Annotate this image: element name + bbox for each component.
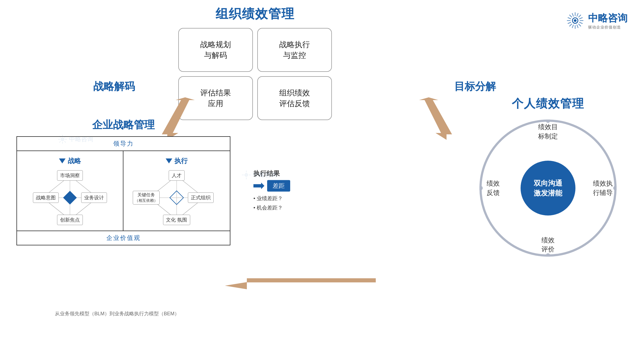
mubiaofenjie-label: 目标分解 (454, 80, 496, 93)
node-market: 市场洞察 (57, 170, 83, 181)
center-line2: 激发潜能 (534, 188, 562, 198)
svg-line-14 (572, 13, 574, 16)
blm-right-panel: 执行 人才 文化 氛围 关键任务（相互依赖） (123, 151, 230, 231)
quad-cell-2: 战略执行与监控 (257, 28, 332, 72)
exec-badge: 差距 (267, 180, 290, 192)
arrow-nw-svg (414, 97, 468, 141)
logo-sub-text: 驱动企业价值创造 (588, 25, 628, 30)
svg-line-15 (577, 13, 578, 16)
logo-main-text: 中略咨询 (588, 12, 628, 25)
personal-title: 个人绩效管理 (512, 96, 584, 111)
logo-text-group: 中略咨询 驱动企业价值创造 (588, 12, 628, 30)
svg-line-17 (577, 25, 578, 28)
node-culture: 文化 氛围 (163, 215, 190, 225)
circ-node-left: 绩效反馈 (479, 179, 507, 197)
circle-diagram: 绩效目标制定 绩效执行辅导 绩效评价 绩效反馈 双向沟通 激发潜能 (479, 120, 617, 257)
svg-point-52 (246, 174, 247, 175)
enterprise-section: 企业战略管理 领导力 战略 (16, 118, 230, 245)
svg-marker-20 (419, 97, 452, 140)
center-circle: 双向沟通 激发潜能 (521, 161, 575, 215)
org-perf-title: 组织绩效管理 (216, 5, 295, 22)
svg-line-13 (579, 22, 583, 24)
quad-cell-4: 组织绩效评估反馈 (257, 76, 332, 120)
svg-line-12 (568, 22, 571, 24)
quad-cell-1: 战略规划与解码 (178, 28, 253, 72)
exec-result-panel: 执行结果 差距 • 业绩差距？ • 机会差距？ (253, 169, 290, 212)
svg-line-6 (569, 15, 572, 17)
node-key-tasks: 关键任务（相互依赖） (133, 191, 160, 205)
blm-strategy-diamond: 市场洞察 创新焦点 战略意图 业务设计 (34, 170, 106, 225)
node-innovation: 创新焦点 (57, 215, 83, 225)
node-biz-design: 业务设计 (81, 192, 107, 203)
four-quad-grid: 战略规划与解码 战略执行与监控 评估结果应用 组织绩效评估反馈 (178, 28, 332, 120)
node-org: 正式组织 (188, 192, 214, 203)
exec-result-label: 执行结果 (253, 169, 290, 178)
personal-section: 个人绩效管理 绩效目标制定 绩效执行辅导 绩效评价 绩效反馈 双向沟通 激发潜能 (468, 96, 628, 257)
exec-arrow-right (253, 183, 264, 189)
circ-node-bottom: 绩效评价 (534, 236, 562, 254)
node-talent: 人才 (169, 170, 185, 181)
svg-line-8 (578, 15, 581, 17)
svg-point-1 (574, 19, 577, 22)
blm-caption: 从业务领先模型（BLM）到业务战略执行力模型（BEM） (55, 310, 179, 317)
svg-line-16 (572, 25, 574, 28)
svg-line-7 (578, 24, 581, 26)
blm-exec-diamond: 人才 文化 氛围 关键任务（相互依赖） 正式组织 (141, 170, 212, 225)
svg-marker-36 (225, 278, 376, 289)
circ-node-right: 绩效执行辅导 (589, 179, 617, 197)
arrow-bottom-svg (225, 274, 384, 302)
blm-exec-title: 执行 (166, 157, 188, 165)
exec-items: • 业绩差距？ • 机会差距？ (253, 194, 290, 212)
svg-line-9 (569, 24, 572, 26)
logo-icon (566, 11, 585, 30)
arrow-bottom (225, 274, 384, 303)
blm-left-panel: 战略 (17, 151, 123, 231)
svg-line-11 (579, 18, 583, 19)
blm-box: 领导力 战略 (16, 136, 230, 245)
enterprise-title: 企业战略管理 (16, 118, 230, 132)
arrow-to-personal (414, 97, 468, 142)
logo-area: 中略咨询 驱动企业价值创造 (566, 11, 628, 30)
blm-top-bar: 领导力 (17, 137, 230, 151)
blm-strategy-title: 战略 (59, 157, 81, 165)
svg-marker-27 (63, 191, 77, 205)
blm-bottom-bar: 企业价值观 (17, 231, 230, 245)
center-line1: 双向沟通 (534, 178, 562, 188)
zhanluejiemai-label: 战略解码 (93, 80, 135, 93)
svg-point-51 (245, 174, 248, 176)
blm-main-row: 战略 (17, 151, 230, 231)
svg-line-10 (568, 18, 571, 19)
node-strategy-intent: 战略意图 (33, 192, 59, 203)
svg-marker-35 (253, 183, 264, 189)
circ-node-top: 绩效目标制定 (534, 122, 562, 141)
